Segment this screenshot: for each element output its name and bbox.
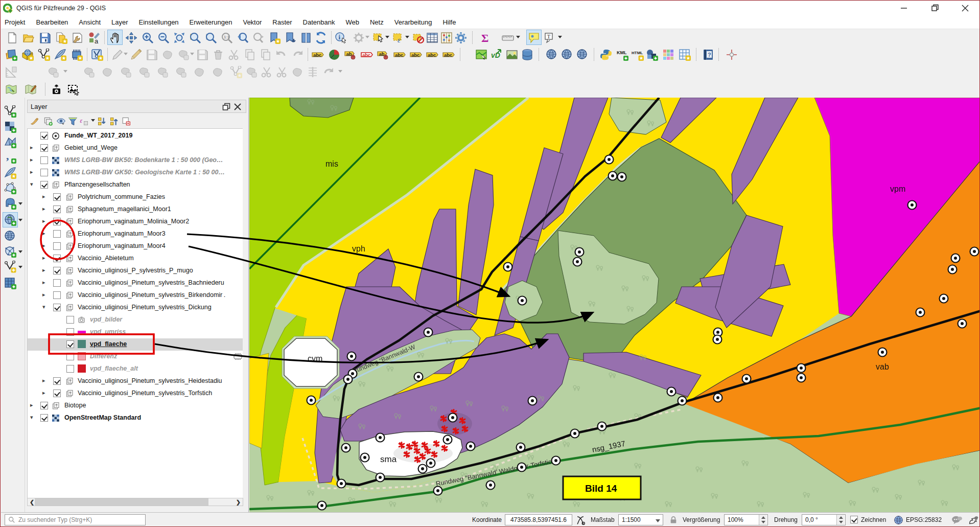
svg-text:cvm: cvm bbox=[308, 354, 322, 363]
svg-text:Bild 14: Bild 14 bbox=[585, 483, 617, 494]
svg-text:vph: vph bbox=[352, 244, 365, 253]
svg-text:sma: sma bbox=[380, 454, 397, 464]
svg-text:vpm: vpm bbox=[890, 185, 905, 193]
svg-text:mis: mis bbox=[325, 159, 338, 168]
svg-text:vab: vab bbox=[876, 362, 889, 371]
